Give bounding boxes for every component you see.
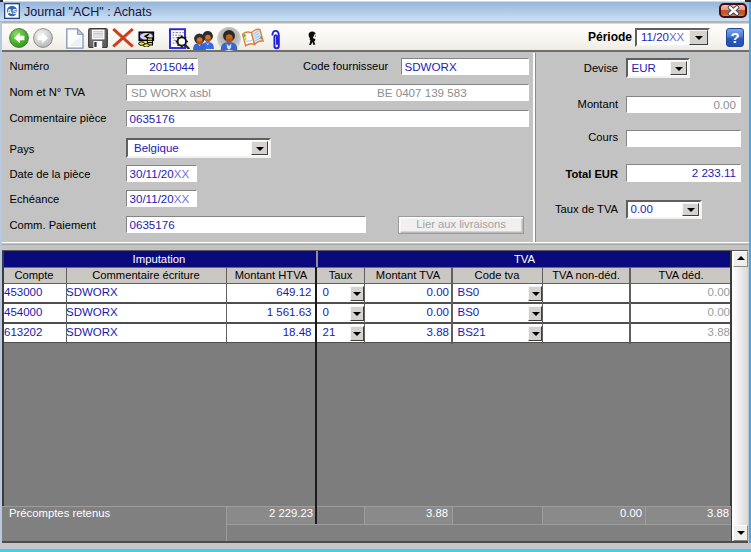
svg-text:AS: AS bbox=[7, 7, 17, 16]
